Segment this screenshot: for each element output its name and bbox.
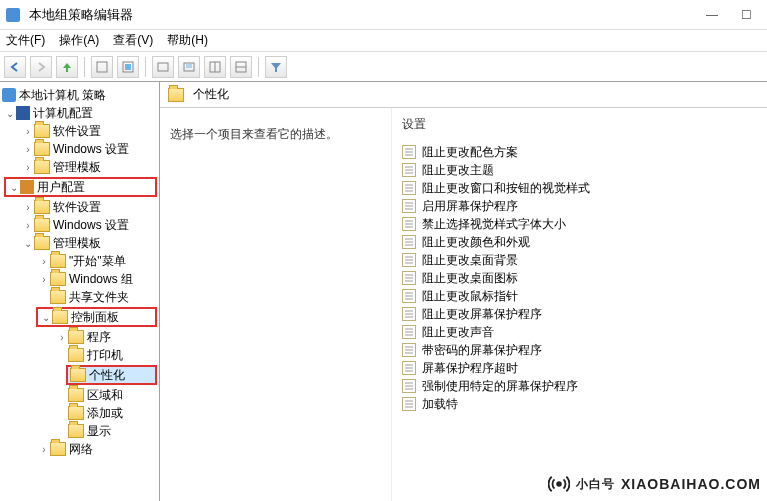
- tree-item[interactable]: 显示: [0, 422, 159, 440]
- chevron-down-icon[interactable]: ⌄: [4, 108, 16, 119]
- tree-label: 本地计算机 策略: [19, 87, 106, 104]
- chevron-right-icon[interactable]: ›: [22, 220, 34, 231]
- setting-label: 强制使用特定的屏幕保护程序: [422, 378, 578, 395]
- tree-item[interactable]: ›管理模板: [0, 158, 159, 176]
- chevron-right-icon[interactable]: ›: [22, 202, 34, 213]
- tree-computer-config[interactable]: ⌄ 计算机配置: [0, 104, 159, 122]
- chevron-right-icon[interactable]: ›: [22, 162, 34, 173]
- nav-forward-button[interactable]: [30, 56, 52, 78]
- tree-item[interactable]: 添加或: [0, 404, 159, 422]
- setting-row[interactable]: 阻止更改桌面图标: [392, 269, 767, 287]
- tree-item[interactable]: 区域和: [0, 386, 159, 404]
- setting-label: 阻止更改桌面图标: [422, 270, 518, 287]
- setting-row[interactable]: 阻止更改声音: [392, 323, 767, 341]
- description-column: 选择一个项目来查看它的描述。: [160, 108, 392, 501]
- setting-row[interactable]: 强制使用特定的屏幕保护程序: [392, 377, 767, 395]
- tree-label: 软件设置: [53, 199, 101, 216]
- chevron-right-icon[interactable]: ›: [56, 332, 68, 343]
- chevron-right-icon[interactable]: ›: [38, 274, 50, 285]
- tree-item[interactable]: ›Windows 设置: [0, 216, 159, 234]
- policy-item-icon: [402, 307, 416, 321]
- nav-up-button[interactable]: [56, 56, 78, 78]
- tree-item[interactable]: ›Windows 设置: [0, 140, 159, 158]
- tree-label: 打印机: [87, 347, 123, 364]
- setting-row[interactable]: 阻止更改鼠标指针: [392, 287, 767, 305]
- chevron-down-icon[interactable]: ⌄: [22, 238, 34, 249]
- tree-item[interactable]: ›软件设置: [0, 198, 159, 216]
- menu-action[interactable]: 操作(A): [59, 32, 99, 49]
- toolbar-btn-1[interactable]: [91, 56, 113, 78]
- tree-item[interactable]: 打印机: [0, 346, 159, 364]
- folder-icon: [50, 290, 66, 304]
- folder-icon: [68, 330, 84, 344]
- tree-root[interactable]: 本地计算机 策略: [0, 86, 159, 104]
- toolbar-separator: [258, 57, 259, 77]
- toolbar-btn-5[interactable]: [204, 56, 226, 78]
- setting-label: 阻止更改窗口和按钮的视觉样式: [422, 180, 590, 197]
- main-area: 本地计算机 策略 ⌄ 计算机配置 ›软件设置 ›Windows 设置 ›管理模板…: [0, 82, 767, 501]
- tree-label: 个性化: [89, 367, 125, 384]
- chevron-right-icon[interactable]: ›: [38, 444, 50, 455]
- app-icon: [6, 8, 20, 22]
- toolbar-btn-6[interactable]: [230, 56, 252, 78]
- setting-row[interactable]: 阻止更改屏幕保护程序: [392, 305, 767, 323]
- setting-row[interactable]: 阻止更改配色方案: [392, 143, 767, 161]
- maximize-button[interactable]: ☐: [731, 4, 761, 26]
- setting-row[interactable]: 禁止选择视觉样式字体大小: [392, 215, 767, 233]
- chevron-down-icon[interactable]: ⌄: [40, 312, 52, 323]
- tree-item[interactable]: ›"开始"菜单: [0, 252, 159, 270]
- chevron-right-icon[interactable]: ›: [22, 126, 34, 137]
- nav-back-button[interactable]: [4, 56, 26, 78]
- tree-label: 管理模板: [53, 159, 101, 176]
- folder-icon: [50, 442, 66, 456]
- svg-rect-3: [158, 63, 168, 71]
- setting-label: 阻止更改配色方案: [422, 144, 518, 161]
- setting-row[interactable]: 阻止更改主题: [392, 161, 767, 179]
- chevron-down-icon[interactable]: ⌄: [8, 182, 20, 193]
- toolbar-btn-3[interactable]: [152, 56, 174, 78]
- setting-row[interactable]: 阻止更改窗口和按钮的视觉样式: [392, 179, 767, 197]
- broadcast-icon: [548, 473, 570, 495]
- chevron-right-icon[interactable]: ›: [38, 256, 50, 267]
- setting-label: 阻止更改桌面背景: [422, 252, 518, 269]
- toolbar-btn-4[interactable]: [178, 56, 200, 78]
- tree-item[interactable]: ›网络: [0, 440, 159, 458]
- tree-item[interactable]: ›软件设置: [0, 122, 159, 140]
- tree-label: 管理模板: [53, 235, 101, 252]
- tree-label: 软件设置: [53, 123, 101, 140]
- tree-label: 用户配置: [37, 179, 85, 196]
- toolbar: [0, 52, 767, 82]
- computer-icon: [16, 106, 30, 120]
- content-pane: 个性化 选择一个项目来查看它的描述。 设置 阻止更改配色方案阻止更改主题阻止更改…: [160, 82, 767, 501]
- policy-item-icon: [402, 145, 416, 159]
- folder-icon: [52, 310, 68, 324]
- setting-label: 阻止更改主题: [422, 162, 494, 179]
- setting-row[interactable]: 加载特: [392, 395, 767, 413]
- setting-row[interactable]: 阻止更改颜色和外观: [392, 233, 767, 251]
- setting-row[interactable]: 启用屏幕保护程序: [392, 197, 767, 215]
- setting-label: 屏幕保护程序超时: [422, 360, 518, 377]
- tree-item[interactable]: ›程序: [0, 328, 159, 346]
- folder-icon: [68, 406, 84, 420]
- tree-label: Windows 设置: [53, 141, 129, 158]
- policy-item-icon: [402, 253, 416, 267]
- setting-row[interactable]: 带密码的屏幕保护程序: [392, 341, 767, 359]
- setting-label: 阻止更改屏幕保护程序: [422, 306, 542, 323]
- policy-item-icon: [402, 163, 416, 177]
- nav-tree[interactable]: 本地计算机 策略 ⌄ 计算机配置 ›软件设置 ›Windows 设置 ›管理模板…: [0, 82, 160, 501]
- tree-admin-templates[interactable]: ⌄管理模板: [0, 234, 159, 252]
- filter-button[interactable]: [265, 56, 287, 78]
- tree-item[interactable]: 共享文件夹: [0, 288, 159, 306]
- setting-row[interactable]: 阻止更改桌面背景: [392, 251, 767, 269]
- tree-item[interactable]: ›Windows 组: [0, 270, 159, 288]
- minimize-button[interactable]: —: [697, 4, 727, 26]
- toolbar-btn-2[interactable]: [117, 56, 139, 78]
- menu-file[interactable]: 文件(F): [6, 32, 45, 49]
- policy-item-icon: [402, 397, 416, 411]
- menu-view[interactable]: 查看(V): [113, 32, 153, 49]
- chevron-right-icon[interactable]: ›: [22, 144, 34, 155]
- setting-label: 阻止更改声音: [422, 324, 494, 341]
- setting-row[interactable]: 屏幕保护程序超时: [392, 359, 767, 377]
- menu-help[interactable]: 帮助(H): [167, 32, 208, 49]
- tree-label: "开始"菜单: [69, 253, 126, 270]
